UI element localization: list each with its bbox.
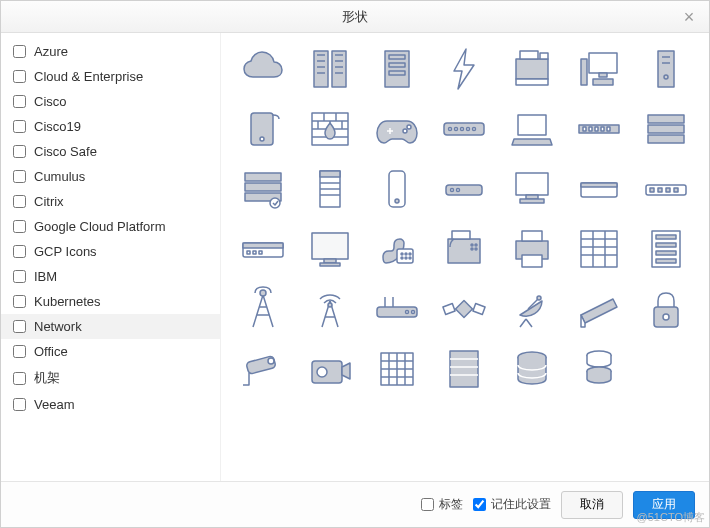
- svg-rect-0: [314, 51, 328, 87]
- category-item[interactable]: Cloud & Enterprise: [1, 64, 220, 89]
- radio-tower-icon[interactable]: [235, 283, 291, 335]
- laptop-icon[interactable]: [504, 103, 560, 155]
- category-checkbox[interactable]: [13, 220, 26, 233]
- category-label: Cisco: [34, 94, 67, 109]
- category-item[interactable]: Network: [1, 314, 220, 339]
- disk-array-icon[interactable]: [369, 343, 425, 395]
- svg-point-102: [475, 248, 477, 250]
- camera-icon[interactable]: [302, 343, 358, 395]
- external-drive-icon[interactable]: [235, 103, 291, 155]
- category-item[interactable]: Veeam: [1, 392, 220, 417]
- rack-cabinet-icon[interactable]: [302, 163, 358, 215]
- patch-panel-icon[interactable]: [571, 103, 627, 155]
- category-checkbox[interactable]: [13, 270, 26, 283]
- svg-rect-49: [583, 127, 586, 131]
- category-checkbox[interactable]: [13, 170, 26, 183]
- satellite-dish-icon[interactable]: [504, 283, 560, 335]
- category-item[interactable]: Kubernetes: [1, 289, 220, 314]
- copier-icon[interactable]: [504, 43, 560, 95]
- desktop-icon[interactable]: [504, 163, 560, 215]
- pc-monitor-icon[interactable]: [571, 43, 627, 95]
- category-item[interactable]: Citrix: [1, 189, 220, 214]
- category-item[interactable]: 机架: [1, 364, 220, 392]
- satellite-icon[interactable]: [436, 283, 492, 335]
- svg-rect-113: [656, 235, 676, 239]
- monitor-icon[interactable]: [302, 223, 358, 275]
- category-item[interactable]: Cisco: [1, 89, 220, 114]
- dialog-footer: 标签 记住此设置 取消 应用: [1, 481, 709, 527]
- server-stack-icon[interactable]: [235, 163, 291, 215]
- category-item[interactable]: Office: [1, 339, 220, 364]
- server-unit-icon[interactable]: [369, 43, 425, 95]
- category-checkbox[interactable]: [13, 398, 26, 411]
- category-checkbox[interactable]: [13, 120, 26, 133]
- category-checkbox[interactable]: [13, 320, 26, 333]
- category-checkbox[interactable]: [13, 195, 26, 208]
- rack-server-icon[interactable]: [638, 103, 694, 155]
- blank-icon[interactable]: [638, 343, 694, 395]
- tower-pc-icon[interactable]: [638, 43, 694, 95]
- category-item[interactable]: IBM: [1, 264, 220, 289]
- security-camera-icon[interactable]: [235, 343, 291, 395]
- storage-rack-icon[interactable]: [436, 343, 492, 395]
- svg-rect-142: [450, 351, 478, 387]
- remember-checkbox-wrap[interactable]: 记住此设置: [473, 496, 551, 513]
- cylinder-stack-icon[interactable]: [571, 343, 627, 395]
- server-tall-icon[interactable]: [638, 223, 694, 275]
- svg-rect-50: [589, 127, 592, 131]
- svg-point-46: [473, 128, 476, 131]
- switch-long-icon[interactable]: [638, 163, 694, 215]
- telephone-icon[interactable]: [369, 223, 425, 275]
- rack-array-icon[interactable]: [571, 223, 627, 275]
- category-checkbox[interactable]: [13, 345, 26, 358]
- category-sidebar[interactable]: AzureCloud & EnterpriseCiscoCisco19Cisco…: [1, 33, 221, 481]
- firewall-icon[interactable]: [302, 103, 358, 155]
- labels-checkbox[interactable]: [421, 498, 434, 511]
- svg-point-101: [471, 248, 473, 250]
- svg-point-118: [328, 303, 332, 307]
- category-label: Kubernetes: [34, 294, 101, 309]
- svg-rect-1: [332, 51, 346, 87]
- apply-button[interactable]: 应用: [633, 491, 695, 519]
- category-label: Cumulus: [34, 169, 85, 184]
- modem-icon[interactable]: [436, 163, 492, 215]
- remember-checkbox[interactable]: [473, 498, 486, 511]
- scanner-icon[interactable]: [571, 283, 627, 335]
- category-item[interactable]: Azure: [1, 39, 220, 64]
- switch-bar-icon[interactable]: [436, 103, 492, 155]
- gamepad-icon[interactable]: [369, 103, 425, 155]
- category-checkbox[interactable]: [13, 95, 26, 108]
- svg-rect-17: [516, 79, 548, 85]
- category-checkbox[interactable]: [13, 295, 26, 308]
- category-item[interactable]: Cisco19: [1, 114, 220, 139]
- category-checkbox[interactable]: [13, 45, 26, 58]
- phone-device-icon[interactable]: [369, 163, 425, 215]
- printer-icon[interactable]: [504, 223, 560, 275]
- category-checkbox[interactable]: [13, 372, 26, 385]
- category-item[interactable]: Google Cloud Platform: [1, 214, 220, 239]
- signal-bolt-icon[interactable]: [436, 43, 492, 95]
- category-checkbox[interactable]: [13, 145, 26, 158]
- labels-checkbox-wrap[interactable]: 标签: [421, 496, 463, 513]
- category-checkbox[interactable]: [13, 70, 26, 83]
- fax-icon[interactable]: [436, 223, 492, 275]
- padlock-icon[interactable]: [638, 283, 694, 335]
- building-icon[interactable]: [302, 43, 358, 95]
- dialog-body: AzureCloud & EnterpriseCiscoCisco19Cisco…: [1, 33, 709, 481]
- database-icon[interactable]: [504, 343, 560, 395]
- svg-point-37: [403, 129, 407, 133]
- cancel-button[interactable]: 取消: [561, 491, 623, 519]
- category-item[interactable]: Cumulus: [1, 164, 220, 189]
- wifi-tower-icon[interactable]: [302, 283, 358, 335]
- category-checkbox[interactable]: [13, 245, 26, 258]
- appliance-icon[interactable]: [571, 163, 627, 215]
- router-icon[interactable]: [369, 283, 425, 335]
- category-item[interactable]: Cisco Safe: [1, 139, 220, 164]
- shape-grid[interactable]: [221, 33, 709, 481]
- cloud-icon[interactable]: [235, 43, 291, 95]
- svg-rect-79: [666, 188, 670, 192]
- close-button[interactable]: ×: [679, 7, 699, 27]
- category-item[interactable]: GCP Icons: [1, 239, 220, 264]
- svg-rect-114: [656, 243, 676, 247]
- switch-device-icon[interactable]: [235, 223, 291, 275]
